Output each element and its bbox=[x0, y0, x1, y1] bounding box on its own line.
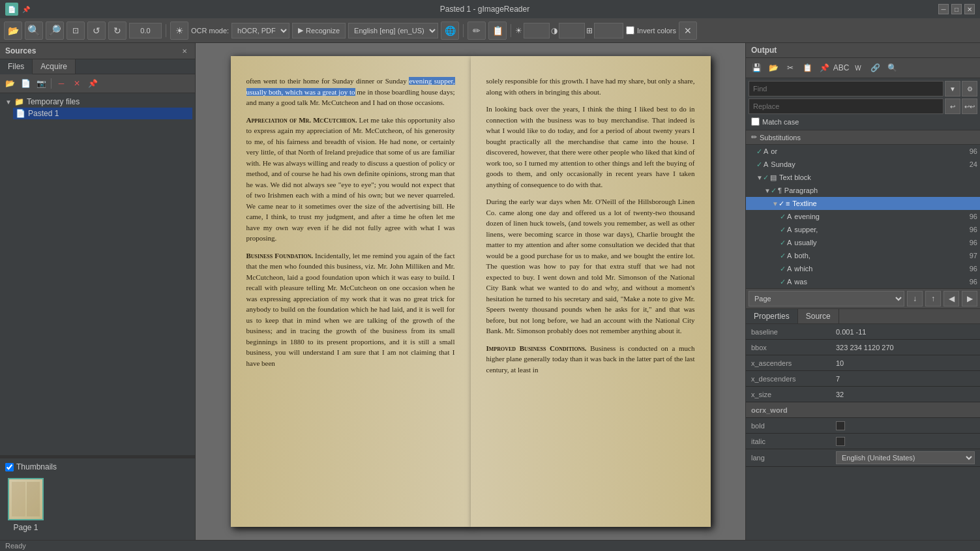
replace-button[interactable]: ↩ bbox=[945, 98, 960, 114]
output-save-button[interactable]: 💾 bbox=[749, 60, 764, 76]
folder-icon: 📁 bbox=[14, 97, 24, 106]
titlebar-left: 📄 📌 bbox=[5, 3, 31, 16]
tree-item-textblock[interactable]: ▼ ✓ ▤ Text block bbox=[746, 171, 980, 184]
replace-input[interactable] bbox=[749, 98, 943, 114]
tab-properties[interactable]: Properties bbox=[746, 309, 798, 323]
nav-down-button[interactable]: ↓ bbox=[907, 291, 923, 306]
resolution-input[interactable]: 100 bbox=[594, 23, 623, 38]
contrast-input[interactable]: 0 bbox=[559, 23, 585, 38]
lang-select[interactable]: English (United States) bbox=[836, 451, 975, 464]
paste-button[interactable]: 📌 bbox=[85, 76, 100, 91]
main-area: Sources ✕ Files Acquire 📂 📄 📷 ─ ✕ 📌 ▼ 📁 … bbox=[0, 43, 980, 540]
recent-button[interactable]: 📄 bbox=[18, 76, 33, 91]
thumbnails-header[interactable]: Thumbnails bbox=[3, 461, 192, 473]
sources-collapse-button[interactable]: ✕ bbox=[179, 46, 190, 56]
check-icon-textblock: ✓ bbox=[763, 173, 769, 182]
nav-up-button[interactable]: ↑ bbox=[925, 291, 941, 306]
find-input[interactable] bbox=[749, 81, 943, 97]
separator-2 bbox=[463, 24, 464, 37]
tree-item-supper[interactable]: ✓ A supper, 96 bbox=[746, 223, 980, 236]
ocr-mode-select[interactable]: hOCR, PDF bbox=[231, 23, 290, 38]
sources-header: Sources ✕ bbox=[0, 43, 195, 59]
close-button[interactable]: ✕ bbox=[964, 4, 975, 14]
tree-root[interactable]: ▼ 📁 Temporary files bbox=[3, 96, 192, 108]
output-open-button[interactable]: 📂 bbox=[765, 60, 781, 76]
output-link-button[interactable]: 🔗 bbox=[867, 60, 883, 76]
xsize-label: x_size bbox=[751, 391, 836, 398]
output-word-button[interactable]: W bbox=[850, 60, 866, 76]
screenshot-button[interactable]: 📷 bbox=[34, 76, 48, 91]
item-label-which: which bbox=[794, 265, 812, 273]
recognize-button[interactable]: ▶ Recognize bbox=[292, 23, 346, 38]
italic-checkbox[interactable] bbox=[836, 437, 845, 446]
output-spell-button[interactable]: ABC bbox=[833, 60, 849, 76]
line-icon: ≡ bbox=[786, 200, 790, 207]
para-icon: ¶ bbox=[778, 186, 782, 194]
tree-item-or[interactable]: ✓ A or 96 bbox=[746, 145, 980, 158]
tab-source[interactable]: Source bbox=[798, 309, 839, 323]
xdesc-value: 7 bbox=[836, 375, 975, 383]
tree-item-usually[interactable]: ✓ A usually 96 bbox=[746, 236, 980, 249]
open-file-button[interactable]: 📂 bbox=[3, 76, 17, 91]
match-case-checkbox[interactable] bbox=[751, 117, 760, 126]
tree-item-evening[interactable]: ✓ A evening 96 bbox=[746, 210, 980, 223]
item-label-supper: supper, bbox=[794, 226, 818, 233]
document-content[interactable]: often went to their home for Sunday dinn… bbox=[196, 43, 745, 540]
tab-acquire[interactable]: Acquire bbox=[33, 59, 76, 74]
delete-button[interactable]: ─ bbox=[54, 76, 68, 91]
prop-row-lang: lang English (United States) bbox=[746, 449, 980, 467]
minimize-button[interactable]: ─ bbox=[938, 4, 949, 14]
expand-paragraph: ▼ bbox=[764, 187, 771, 194]
settings-button[interactable]: ✕ bbox=[679, 22, 697, 40]
tab-files[interactable]: Files bbox=[0, 59, 33, 74]
replace-all-button[interactable]: ↩↩ bbox=[962, 98, 977, 114]
invert-colors-checkbox[interactable] bbox=[626, 26, 634, 35]
copy-button[interactable]: 📋 bbox=[488, 22, 507, 40]
pin-button[interactable]: 📌 bbox=[21, 4, 31, 14]
maximize-button[interactable]: □ bbox=[951, 4, 962, 14]
language-select[interactable]: English [eng] (en_US) bbox=[348, 23, 438, 38]
output-zoom-button[interactable]: 🔍 bbox=[884, 60, 900, 76]
tree-item-sunday[interactable]: ✓ A Sunday 24 bbox=[746, 158, 980, 171]
zoom-out-button[interactable]: 🔍 bbox=[25, 22, 43, 40]
thumbnails-toggle[interactable] bbox=[5, 463, 14, 471]
rotate-left-button[interactable]: ↺ bbox=[87, 22, 106, 40]
tree-item-paragraph[interactable]: ▼ ✓ ¶ Paragraph bbox=[746, 184, 980, 197]
tree-item-textline[interactable]: ▼ ✓ ≡ Textline bbox=[746, 197, 980, 210]
spell-check-button[interactable]: 🌐 bbox=[441, 22, 459, 40]
output-nav-bar: Page ↓ ↑ ◀ ▶ bbox=[746, 288, 980, 309]
thumbnail-label: Page 1 bbox=[13, 523, 38, 532]
bold-checkbox[interactable] bbox=[836, 421, 845, 430]
zoom-fit-button[interactable]: ⊡ bbox=[67, 22, 85, 40]
tree-item-which[interactable]: ✓ A which 96 bbox=[746, 262, 980, 275]
nav-next-button[interactable]: ▶ bbox=[962, 291, 977, 306]
nav-prev-button[interactable]: ◀ bbox=[943, 291, 959, 306]
open-button[interactable]: 📂 bbox=[4, 22, 22, 40]
paragraph-r1: solely responsible for this growth. I ha… bbox=[486, 76, 695, 97]
book-spread: often went to their home for Sunday dinn… bbox=[231, 56, 711, 527]
find-options-button[interactable]: ⚙ bbox=[962, 81, 977, 97]
invert-colors-label: Invert colors bbox=[637, 27, 676, 35]
output-toolbar: 💾 📂 ✂ 📋 📌 ABC W 🔗 🔍 bbox=[746, 58, 980, 78]
brightness-input[interactable]: 0 bbox=[524, 23, 550, 38]
paragraph-r4: Improved Business Conditions. Business i… bbox=[486, 343, 695, 376]
output-copy-button[interactable]: 📋 bbox=[799, 60, 815, 76]
thumbnail-page1[interactable]: Page 1 bbox=[8, 478, 44, 532]
tree-item-pasted[interactable]: 📄 Pasted 1 bbox=[13, 108, 192, 119]
find-down-button[interactable]: ▼ bbox=[945, 81, 960, 97]
find-replace: ▼ ⚙ ↩ ↩↩ Match case bbox=[746, 78, 980, 130]
prop-row-italic: italic bbox=[746, 434, 980, 449]
tree-item-both[interactable]: ✓ A both, 97 bbox=[746, 249, 980, 262]
output-scissors-button[interactable]: ✂ bbox=[782, 60, 798, 76]
zoom-input[interactable]: 0.0 bbox=[129, 23, 162, 38]
page-select[interactable]: Page bbox=[749, 291, 904, 306]
rotate-right-button[interactable]: ↻ bbox=[108, 22, 126, 40]
edit-button[interactable]: ✏ bbox=[468, 22, 486, 40]
brightness-group: ☀ 0 ◑ 0 ⊞ 100 bbox=[515, 23, 623, 38]
word-icon-supper: A bbox=[787, 226, 792, 233]
zoom-in-button[interactable]: 🔎 bbox=[46, 22, 64, 40]
clear-button[interactable]: ✕ bbox=[70, 76, 84, 91]
tree-item-was[interactable]: ✓ A was 96 bbox=[746, 275, 980, 288]
output-paste-button[interactable]: 📌 bbox=[816, 60, 832, 76]
xasc-value: 10 bbox=[836, 359, 975, 367]
